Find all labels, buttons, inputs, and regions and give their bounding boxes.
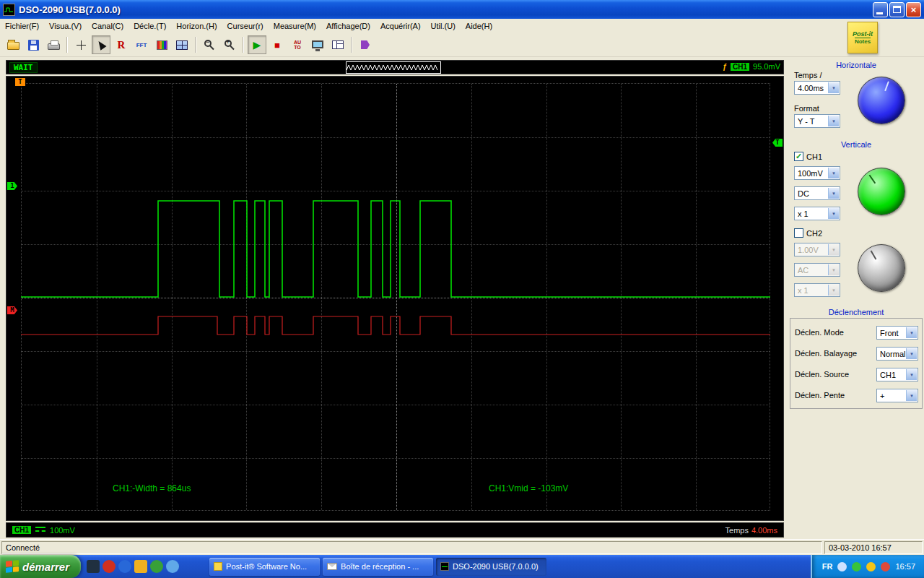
timebase-select[interactable]: 4.00ms ▼ xyxy=(794,81,840,95)
print-button[interactable] xyxy=(44,35,63,54)
menu-item-measure[interactable]: Measure(M) xyxy=(269,20,321,33)
trigger-edge-icon: ƒ xyxy=(723,62,727,71)
trigger-time-marker[interactable]: T xyxy=(15,78,25,86)
auto-setup-button[interactable]: AUTO xyxy=(288,35,307,54)
waveform-preview[interactable] xyxy=(346,61,441,74)
zoom-out-button[interactable] xyxy=(200,35,219,54)
r-tool-button[interactable]: R xyxy=(112,35,131,54)
ch1-position-marker[interactable]: 1 xyxy=(7,182,17,190)
ch1-probe-select[interactable]: x 1 ▼ xyxy=(794,207,840,220)
quick-launch-bar xyxy=(87,560,179,573)
chevron-down-icon[interactable]: ▼ xyxy=(828,168,839,178)
panels-icon xyxy=(332,40,344,49)
chevron-down-icon[interactable]: ▼ xyxy=(828,188,839,199)
spectrum-icon xyxy=(157,40,167,50)
crosshair-icon xyxy=(77,40,86,50)
tray-icon-4[interactable] xyxy=(881,562,890,571)
fft-button[interactable]: FFT xyxy=(132,35,151,54)
spectrum-button[interactable] xyxy=(152,35,171,54)
trigger-sweep-select[interactable]: Normal ▼ xyxy=(876,347,918,361)
menu-item-affichage[interactable]: Affichage(D) xyxy=(321,20,375,33)
ch2-probe-select: x 1 ▼ xyxy=(794,283,840,297)
open-button[interactable] xyxy=(4,35,22,54)
checkbox-unchecked-icon[interactable] xyxy=(794,228,803,238)
ch1-volts-select[interactable]: 100mV ▼ xyxy=(794,166,840,180)
menu-item-aide[interactable]: Aide(H) xyxy=(461,20,497,33)
menu-item-fichier[interactable]: Fichier(F) xyxy=(0,20,44,33)
printer-icon xyxy=(48,43,60,50)
timebase-readout-label: Temps xyxy=(725,526,749,535)
chevron-down-icon: ▼ xyxy=(828,285,839,296)
chevron-down-icon[interactable]: ▼ xyxy=(828,116,839,126)
menu-bar: Fichier(F) Visua.(V) Canal(C) Décle.(T) … xyxy=(0,19,924,33)
language-indicator[interactable]: FR xyxy=(822,562,833,571)
ch1-enable-checkbox[interactable]: ✓ CH1 xyxy=(794,152,822,161)
chevron-down-icon[interactable]: ▼ xyxy=(906,369,917,380)
quicklaunch-icon-1[interactable] xyxy=(87,560,100,573)
maximize-button[interactable] xyxy=(889,2,905,17)
math-position-marker[interactable]: M xyxy=(7,306,17,314)
task-button-inbox[interactable]: Boîte de réception - ... xyxy=(323,558,433,576)
ch1-position-knob[interactable] xyxy=(858,168,905,215)
menu-item-acquerir[interactable]: Acquérir(A) xyxy=(375,20,426,33)
start-button[interactable]: démarrer xyxy=(0,555,81,578)
statusbar-datetime: 03-03-2010 16:57 xyxy=(824,541,923,554)
trigger-slope-label: Déclen. Pente xyxy=(795,391,845,400)
trigger-source-select[interactable]: CH1 ▼ xyxy=(876,368,918,381)
stop-icon: ■ xyxy=(274,40,280,50)
chevron-down-icon[interactable]: ▼ xyxy=(906,390,917,401)
knob-indicator xyxy=(884,81,889,91)
tray-icon-1[interactable] xyxy=(837,562,847,571)
minimize-icon xyxy=(876,12,883,14)
trigger-mode-select[interactable]: Front ▼ xyxy=(876,326,918,340)
chevron-down-icon[interactable]: ▼ xyxy=(906,348,917,359)
auto-setup-icon: AUTO xyxy=(294,40,301,50)
menu-item-visua[interactable]: Visua.(V) xyxy=(44,20,87,33)
menu-item-canal[interactable]: Canal(C) xyxy=(87,20,128,33)
format-select[interactable]: Y - T ▼ xyxy=(794,114,840,128)
tray-icon-3[interactable] xyxy=(866,562,876,571)
quicklaunch-icon-2[interactable] xyxy=(103,560,116,573)
horizontal-position-knob[interactable] xyxy=(858,77,905,124)
chevron-down-icon[interactable]: ▼ xyxy=(828,208,839,219)
clock[interactable]: 16:57 xyxy=(895,562,915,571)
quicklaunch-icon-3[interactable] xyxy=(118,560,131,573)
layout-button[interactable] xyxy=(328,35,347,54)
display-settings-button[interactable] xyxy=(308,35,327,54)
ch2-enable-checkbox[interactable]: CH2 xyxy=(794,228,822,238)
chevron-down-icon[interactable]: ▼ xyxy=(906,327,917,338)
menu-item-util[interactable]: Util.(U) xyxy=(426,20,461,33)
stop-button[interactable]: ■ xyxy=(268,35,287,54)
trigger-level-marker[interactable]: T xyxy=(772,139,783,147)
ch1-volts-div: 100mV xyxy=(50,526,75,535)
quicklaunch-icon-6[interactable] xyxy=(166,560,179,573)
task-button-dso[interactable]: DSO-2090 USB(7.0.0.0) xyxy=(436,558,546,576)
quicklaunch-icon-4[interactable] xyxy=(134,560,147,573)
track-cursor-button[interactable] xyxy=(71,35,90,54)
menu-item-decle[interactable]: Décle.(T) xyxy=(128,20,171,33)
tray-icon-2[interactable] xyxy=(852,562,861,571)
quicklaunch-icon-5[interactable] xyxy=(150,560,163,573)
ch2-position-knob[interactable] xyxy=(858,244,905,292)
task-button-postit[interactable]: Post-it® Software No... xyxy=(209,558,320,576)
minimize-button[interactable] xyxy=(873,2,888,17)
menu-item-curseur[interactable]: Curseur(r) xyxy=(222,20,269,33)
annotation-button[interactable] xyxy=(356,35,375,54)
ch2-volts-select: 1.00V ▼ xyxy=(794,243,840,256)
title-bar: DSO-2090 USB(7.0.0.0) × xyxy=(0,0,924,19)
menu-item-horizon[interactable]: Horizon.(H) xyxy=(171,20,222,33)
close-button[interactable]: × xyxy=(906,2,921,17)
pointer-tool-button[interactable] xyxy=(92,35,110,54)
ch1-coupling-select[interactable]: DC ▼ xyxy=(794,186,840,200)
postit-notes-widget[interactable]: Post-it Notes xyxy=(847,22,878,53)
zoom-in-button[interactable] xyxy=(220,35,239,54)
chevron-down-icon[interactable]: ▼ xyxy=(828,82,839,93)
checkbox-checked-icon[interactable]: ✓ xyxy=(794,152,803,161)
trigger-section-title: Déclenchement xyxy=(788,308,924,316)
run-button[interactable]: ▶ xyxy=(248,35,266,54)
toolbar-separator xyxy=(195,37,196,53)
trigger-slope-select[interactable]: + ▼ xyxy=(876,389,918,402)
math-trace xyxy=(21,316,770,335)
save-button[interactable] xyxy=(24,35,43,54)
waveform-window-button[interactable] xyxy=(173,35,191,54)
